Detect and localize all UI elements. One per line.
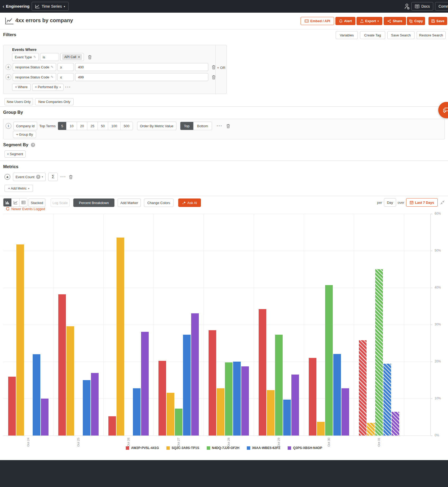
bar-chart-view-button[interactable] [3, 198, 11, 206]
remove-chip-icon[interactable]: × [78, 55, 80, 59]
bar-SQ2C-3A9S-TP1S-oct-28[interactable] [217, 388, 224, 436]
bar-Q3PS-XBSH-N4OP-oct-30[interactable] [341, 388, 349, 436]
chat-feedback-fab[interactable] [438, 102, 448, 118]
top-terms-count-20[interactable]: 20 [77, 122, 87, 130]
newer-events-logged-link[interactable]: Newer Events Logged [6, 207, 45, 211]
bar-Q3PS-XBSH-N4OP-oct-31[interactable] [392, 412, 399, 436]
top-terms-count-25[interactable]: 25 [87, 122, 97, 130]
add-marker-button[interactable]: Add Marker [118, 198, 141, 207]
bar-X6AA-WBE5-62PZ-oct-29[interactable] [283, 400, 291, 436]
bar-X6AA-WBE5-62PZ-oct-27[interactable] [183, 335, 191, 436]
back-to-engineering[interactable]: ‹ Engineering [3, 0, 30, 13]
create-tag-button[interactable]: Create Tag [360, 31, 385, 39]
bar-N4DQ-7JJ0-OF2H-oct-29[interactable] [275, 335, 283, 436]
bar-SQ2C-3A9S-TP1S-oct-29[interactable] [267, 390, 274, 436]
embed-api-button[interactable]: Embed / API [301, 17, 334, 25]
group-more-options-icon[interactable]: ··· [217, 124, 223, 128]
legend-item-X6AA-WBE5-62PZ[interactable]: X6AA-WBE5-62PZ [247, 446, 281, 450]
bar-SQ2C-3A9S-TP1S-oct-25[interactable] [66, 326, 74, 436]
new-users-only-button[interactable]: New Users Only [4, 98, 33, 105]
filter-value-499-input[interactable]: 499 [75, 73, 208, 81]
metric-event-count-button[interactable]: Event Count ? ▾ [13, 173, 46, 181]
interval-day-button[interactable]: Day [384, 198, 396, 207]
bar-N4DQ-7JJ0-OF2H-oct-31[interactable] [375, 269, 383, 436]
delete-metric-icon[interactable] [69, 175, 73, 179]
top-terms-count-100[interactable]: 100 [108, 122, 120, 130]
variables-button[interactable]: Variables [336, 31, 358, 39]
top-terms-count-500[interactable]: 500 [120, 122, 133, 130]
group-field-company-id[interactable]: Company Id [13, 122, 37, 130]
api-call-chip[interactable]: API Call × [62, 54, 82, 60]
docs-button[interactable]: Docs [411, 2, 433, 11]
add-or-button[interactable]: + OR [215, 66, 227, 70]
order-by-metric-value-button[interactable]: Order By Metric Value [137, 122, 176, 130]
line-chart-view-button[interactable] [11, 198, 19, 206]
legend-item-Q3PS-XBSH-N4OP[interactable]: Q3PS-XBSH-N4OP [288, 446, 322, 450]
user-presence-icon[interactable] [404, 3, 410, 10]
add-segment-button[interactable]: + Segment [4, 150, 26, 158]
bar-SQ2C-3A9S-TP1S-oct-26[interactable] [117, 238, 124, 436]
bar-Q3PS-XBSH-N4OP-oct-28[interactable] [241, 366, 249, 436]
view-switcher-button[interactable]: Time Series ▾ [32, 2, 69, 11]
legend-item-SQ2C-3A9S-TP1S[interactable]: SQ2C-3A9S-TP1S [166, 446, 199, 450]
legend-item-AW2P-PV5L-441G[interactable]: AW2P-PV5L-441G [126, 446, 159, 450]
bar-Q3PS-XBSH-N4OP-oct-29[interactable] [291, 375, 299, 436]
top-terms-count-10[interactable]: 10 [66, 122, 76, 130]
bar-N4DQ-7JJ0-OF2H-oct-28[interactable] [225, 362, 233, 436]
add-where-button[interactable]: + Where [12, 84, 31, 91]
delete-filter-row-icon[interactable] [212, 75, 216, 79]
stacked-toggle[interactable]: Stacked [28, 198, 45, 207]
direction-bottom[interactable]: Bottom [193, 122, 212, 130]
bar-AW2P-PV5L-441G-oct-26[interactable] [108, 416, 116, 436]
change-colors-button[interactable]: Change Colors [144, 198, 174, 207]
bar-AW2P-PV5L-441G-oct-24[interactable] [8, 377, 16, 436]
direction-top[interactable]: Top [180, 122, 193, 130]
bar-Q3PS-XBSH-N4OP-oct-25[interactable] [91, 373, 99, 436]
bar-X6AA-WBE5-62PZ-oct-26[interactable] [133, 388, 141, 436]
segment-help-icon[interactable]: ? [31, 143, 35, 147]
bar-AW2P-PV5L-441G-oct-28[interactable] [209, 330, 216, 436]
save-button[interactable]: Save [428, 17, 447, 25]
top-terms-count-50[interactable]: 50 [98, 122, 108, 130]
bar-SQ2C-3A9S-TP1S-oct-30[interactable] [317, 422, 325, 436]
table-view-button[interactable] [19, 198, 27, 206]
ask-ai-button[interactable]: Ask AI [178, 198, 201, 207]
delete-filter-row-icon[interactable] [88, 55, 92, 59]
bar-N4DQ-7JJ0-OF2H-oct-27[interactable] [175, 409, 182, 436]
add-group-by-button[interactable]: + Group By [13, 131, 36, 138]
bar-SQ2C-3A9S-TP1S-oct-31[interactable] [367, 423, 375, 436]
bar-X6AA-WBE5-62PZ-oct-30[interactable] [333, 354, 341, 436]
bar-SQ2C-3A9S-TP1S-oct-27[interactable] [167, 393, 174, 436]
more-options-icon[interactable]: ··· [65, 85, 71, 89]
metric-more-options-icon[interactable]: ··· [60, 174, 66, 179]
bar-SQ2C-3A9S-TP1S-oct-24[interactable] [16, 244, 24, 436]
delete-filter-row-icon[interactable] [212, 65, 216, 69]
bar-X6AA-WBE5-62PZ-oct-24[interactable] [33, 354, 40, 436]
percent-breakdown-toggle[interactable]: Percent Breakdown [73, 198, 114, 207]
bar-X6AA-WBE5-62PZ-oct-31[interactable] [383, 364, 391, 436]
bar-AW2P-PV5L-441G-oct-30[interactable] [309, 358, 316, 436]
bar-Q3PS-XBSH-N4OP-oct-24[interactable] [41, 399, 49, 436]
aggregation-sigma-button[interactable]: Σ [48, 173, 58, 181]
bar-AW2P-PV5L-441G-oct-29[interactable] [259, 309, 266, 436]
bar-N4DQ-7JJ0-OF2H-oct-30[interactable] [325, 285, 333, 436]
collapse-icon[interactable] [440, 200, 445, 205]
export-button[interactable]: Export ▾ [357, 17, 382, 25]
new-companies-only-button[interactable]: New Companies Only [35, 98, 74, 105]
save-search-button[interactable]: Save Search [387, 31, 415, 39]
bar-Q3PS-XBSH-N4OP-oct-26[interactable] [141, 332, 149, 436]
add-performed-by-button[interactable]: + Performed By ▾ [32, 84, 64, 91]
date-range-button[interactable]: Last 7 Days [406, 198, 438, 207]
filter-op-lte[interactable]: ≤ [57, 73, 74, 81]
delete-group-by-icon[interactable] [226, 124, 230, 128]
alert-button[interactable]: Alert [335, 17, 355, 25]
bar-AW2P-PV5L-441G-oct-27[interactable] [158, 361, 166, 436]
bar-X6AA-WBE5-62PZ-oct-25[interactable] [83, 380, 90, 436]
filter-field-status-code-2[interactable]: response.Status Code ✎ [13, 73, 56, 81]
filter-op-gte[interactable]: ≥ [57, 63, 74, 71]
filter-field-event-type[interactable]: Event Type ✎ [12, 53, 39, 61]
metric-help-icon[interactable]: ? [36, 175, 40, 179]
comments-button[interactable]: Comments [435, 2, 448, 11]
share-button[interactable]: Share [384, 17, 406, 25]
restore-search-button[interactable]: Restore Search [417, 31, 446, 39]
